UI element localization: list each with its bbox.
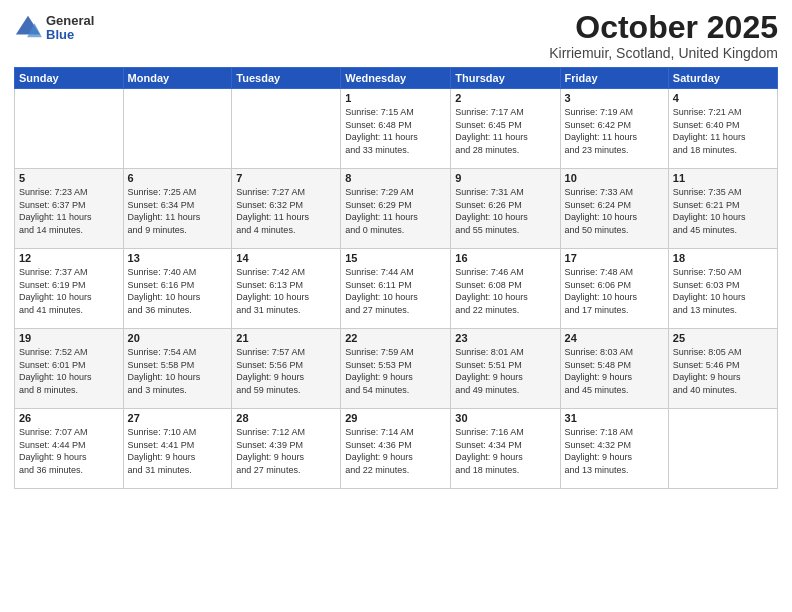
day-number: 17 xyxy=(565,252,664,264)
day-number: 6 xyxy=(128,172,228,184)
calendar-cell: 19Sunrise: 7:52 AM Sunset: 6:01 PM Dayli… xyxy=(15,329,124,409)
day-number: 11 xyxy=(673,172,773,184)
day-number: 9 xyxy=(455,172,555,184)
day-number: 25 xyxy=(673,332,773,344)
logo-text: General Blue xyxy=(46,14,94,43)
day-number: 21 xyxy=(236,332,336,344)
day-content: Sunrise: 7:16 AM Sunset: 4:34 PM Dayligh… xyxy=(455,426,555,476)
day-number: 26 xyxy=(19,412,119,424)
day-content: Sunrise: 7:40 AM Sunset: 6:16 PM Dayligh… xyxy=(128,266,228,316)
calendar-cell: 13Sunrise: 7:40 AM Sunset: 6:16 PM Dayli… xyxy=(123,249,232,329)
calendar-cell: 8Sunrise: 7:29 AM Sunset: 6:29 PM Daylig… xyxy=(341,169,451,249)
day-content: Sunrise: 7:10 AM Sunset: 4:41 PM Dayligh… xyxy=(128,426,228,476)
calendar-cell: 12Sunrise: 7:37 AM Sunset: 6:19 PM Dayli… xyxy=(15,249,124,329)
day-content: Sunrise: 7:37 AM Sunset: 6:19 PM Dayligh… xyxy=(19,266,119,316)
day-number: 8 xyxy=(345,172,446,184)
calendar-cell: 29Sunrise: 7:14 AM Sunset: 4:36 PM Dayli… xyxy=(341,409,451,489)
day-content: Sunrise: 7:07 AM Sunset: 4:44 PM Dayligh… xyxy=(19,426,119,476)
day-content: Sunrise: 7:57 AM Sunset: 5:56 PM Dayligh… xyxy=(236,346,336,396)
day-content: Sunrise: 7:52 AM Sunset: 6:01 PM Dayligh… xyxy=(19,346,119,396)
day-number: 22 xyxy=(345,332,446,344)
page: General Blue October 2025 Kirriemuir, Sc… xyxy=(0,0,792,612)
calendar-cell: 4Sunrise: 7:21 AM Sunset: 6:40 PM Daylig… xyxy=(668,89,777,169)
calendar-cell xyxy=(123,89,232,169)
calendar-cell: 30Sunrise: 7:16 AM Sunset: 4:34 PM Dayli… xyxy=(451,409,560,489)
day-content: Sunrise: 8:05 AM Sunset: 5:46 PM Dayligh… xyxy=(673,346,773,396)
logo-general: General xyxy=(46,14,94,28)
header: General Blue October 2025 Kirriemuir, Sc… xyxy=(14,10,778,61)
day-content: Sunrise: 7:14 AM Sunset: 4:36 PM Dayligh… xyxy=(345,426,446,476)
calendar-cell: 27Sunrise: 7:10 AM Sunset: 4:41 PM Dayli… xyxy=(123,409,232,489)
day-content: Sunrise: 7:18 AM Sunset: 4:32 PM Dayligh… xyxy=(565,426,664,476)
day-number: 3 xyxy=(565,92,664,104)
calendar-cell: 25Sunrise: 8:05 AM Sunset: 5:46 PM Dayli… xyxy=(668,329,777,409)
calendar-cell: 17Sunrise: 7:48 AM Sunset: 6:06 PM Dayli… xyxy=(560,249,668,329)
calendar-cell xyxy=(668,409,777,489)
calendar-cell: 26Sunrise: 7:07 AM Sunset: 4:44 PM Dayli… xyxy=(15,409,124,489)
calendar-cell: 16Sunrise: 7:46 AM Sunset: 6:08 PM Dayli… xyxy=(451,249,560,329)
calendar-cell xyxy=(15,89,124,169)
day-number: 12 xyxy=(19,252,119,264)
day-number: 5 xyxy=(19,172,119,184)
calendar-cell: 9Sunrise: 7:31 AM Sunset: 6:26 PM Daylig… xyxy=(451,169,560,249)
day-content: Sunrise: 7:42 AM Sunset: 6:13 PM Dayligh… xyxy=(236,266,336,316)
calendar-week-2: 5Sunrise: 7:23 AM Sunset: 6:37 PM Daylig… xyxy=(15,169,778,249)
calendar-week-5: 26Sunrise: 7:07 AM Sunset: 4:44 PM Dayli… xyxy=(15,409,778,489)
day-number: 14 xyxy=(236,252,336,264)
day-content: Sunrise: 7:21 AM Sunset: 6:40 PM Dayligh… xyxy=(673,106,773,156)
day-number: 16 xyxy=(455,252,555,264)
day-content: Sunrise: 7:29 AM Sunset: 6:29 PM Dayligh… xyxy=(345,186,446,236)
calendar-cell: 10Sunrise: 7:33 AM Sunset: 6:24 PM Dayli… xyxy=(560,169,668,249)
calendar-cell: 21Sunrise: 7:57 AM Sunset: 5:56 PM Dayli… xyxy=(232,329,341,409)
calendar-cell: 14Sunrise: 7:42 AM Sunset: 6:13 PM Dayli… xyxy=(232,249,341,329)
calendar-cell: 23Sunrise: 8:01 AM Sunset: 5:51 PM Dayli… xyxy=(451,329,560,409)
logo-icon xyxy=(14,14,42,42)
col-monday: Monday xyxy=(123,68,232,89)
day-number: 30 xyxy=(455,412,555,424)
day-content: Sunrise: 7:12 AM Sunset: 4:39 PM Dayligh… xyxy=(236,426,336,476)
col-wednesday: Wednesday xyxy=(341,68,451,89)
day-content: Sunrise: 7:54 AM Sunset: 5:58 PM Dayligh… xyxy=(128,346,228,396)
calendar-week-4: 19Sunrise: 7:52 AM Sunset: 6:01 PM Dayli… xyxy=(15,329,778,409)
day-number: 1 xyxy=(345,92,446,104)
col-thursday: Thursday xyxy=(451,68,560,89)
calendar-week-3: 12Sunrise: 7:37 AM Sunset: 6:19 PM Dayli… xyxy=(15,249,778,329)
calendar-week-1: 1Sunrise: 7:15 AM Sunset: 6:48 PM Daylig… xyxy=(15,89,778,169)
day-content: Sunrise: 7:48 AM Sunset: 6:06 PM Dayligh… xyxy=(565,266,664,316)
day-number: 23 xyxy=(455,332,555,344)
day-number: 19 xyxy=(19,332,119,344)
day-number: 4 xyxy=(673,92,773,104)
calendar: Sunday Monday Tuesday Wednesday Thursday… xyxy=(14,67,778,489)
day-content: Sunrise: 7:15 AM Sunset: 6:48 PM Dayligh… xyxy=(345,106,446,156)
calendar-cell: 6Sunrise: 7:25 AM Sunset: 6:34 PM Daylig… xyxy=(123,169,232,249)
day-content: Sunrise: 7:50 AM Sunset: 6:03 PM Dayligh… xyxy=(673,266,773,316)
calendar-cell: 7Sunrise: 7:27 AM Sunset: 6:32 PM Daylig… xyxy=(232,169,341,249)
day-number: 13 xyxy=(128,252,228,264)
day-number: 15 xyxy=(345,252,446,264)
day-number: 10 xyxy=(565,172,664,184)
calendar-cell: 28Sunrise: 7:12 AM Sunset: 4:39 PM Dayli… xyxy=(232,409,341,489)
calendar-cell: 1Sunrise: 7:15 AM Sunset: 6:48 PM Daylig… xyxy=(341,89,451,169)
day-content: Sunrise: 7:33 AM Sunset: 6:24 PM Dayligh… xyxy=(565,186,664,236)
calendar-cell: 24Sunrise: 8:03 AM Sunset: 5:48 PM Dayli… xyxy=(560,329,668,409)
calendar-cell: 11Sunrise: 7:35 AM Sunset: 6:21 PM Dayli… xyxy=(668,169,777,249)
day-content: Sunrise: 7:27 AM Sunset: 6:32 PM Dayligh… xyxy=(236,186,336,236)
calendar-cell: 22Sunrise: 7:59 AM Sunset: 5:53 PM Dayli… xyxy=(341,329,451,409)
location: Kirriemuir, Scotland, United Kingdom xyxy=(549,45,778,61)
day-content: Sunrise: 7:17 AM Sunset: 6:45 PM Dayligh… xyxy=(455,106,555,156)
calendar-cell: 18Sunrise: 7:50 AM Sunset: 6:03 PM Dayli… xyxy=(668,249,777,329)
calendar-cell: 15Sunrise: 7:44 AM Sunset: 6:11 PM Dayli… xyxy=(341,249,451,329)
calendar-cell: 20Sunrise: 7:54 AM Sunset: 5:58 PM Dayli… xyxy=(123,329,232,409)
calendar-cell xyxy=(232,89,341,169)
day-content: Sunrise: 7:46 AM Sunset: 6:08 PM Dayligh… xyxy=(455,266,555,316)
day-content: Sunrise: 7:31 AM Sunset: 6:26 PM Dayligh… xyxy=(455,186,555,236)
calendar-cell: 5Sunrise: 7:23 AM Sunset: 6:37 PM Daylig… xyxy=(15,169,124,249)
day-number: 18 xyxy=(673,252,773,264)
day-content: Sunrise: 7:35 AM Sunset: 6:21 PM Dayligh… xyxy=(673,186,773,236)
logo-blue: Blue xyxy=(46,28,94,42)
calendar-header-row: Sunday Monday Tuesday Wednesday Thursday… xyxy=(15,68,778,89)
title-block: October 2025 Kirriemuir, Scotland, Unite… xyxy=(549,10,778,61)
day-number: 31 xyxy=(565,412,664,424)
logo: General Blue xyxy=(14,14,94,43)
day-content: Sunrise: 7:44 AM Sunset: 6:11 PM Dayligh… xyxy=(345,266,446,316)
